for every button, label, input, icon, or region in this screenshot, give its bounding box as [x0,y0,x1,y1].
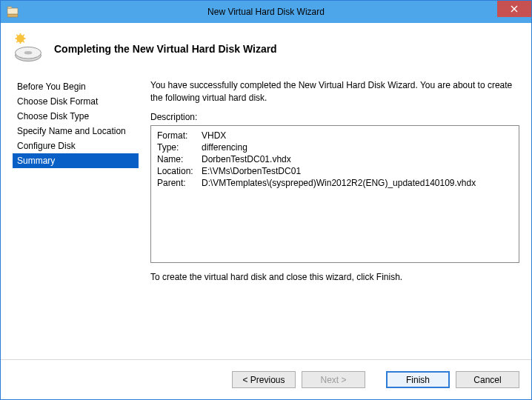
description-row: Format:VHDX [157,130,513,141]
wizard-footer: < Previous Next > Finish Cancel [1,359,531,399]
description-row: Type:differencing [157,142,513,153]
description-key: Name: [157,154,202,164]
svg-rect-2 [7,7,12,8]
description-value: differencing [202,142,513,153]
svg-line-12 [23,41,24,42]
wizard-window: New Virtual Hard Disk Wizard [0,0,532,400]
svg-line-14 [16,41,18,42]
svg-line-11 [16,34,18,36]
description-value: DorbenTestDC01.vhdx [202,154,513,164]
wizard-header: Completing the New Virtual Hard Disk Wiz… [1,23,531,69]
titlebar: New Virtual Hard Disk Wizard [1,1,531,23]
description-value: D:\VMTemplates\(syspreped)Win2012R2(ENG)… [202,178,513,188]
wizard-content: You have successfully completed the New … [139,79,519,353]
sidebar-item[interactable]: Configure Disk [13,139,139,153]
sidebar-item[interactable]: Summary [13,153,139,168]
close-button[interactable] [497,1,531,17]
svg-point-5 [24,51,33,54]
description-label: Description: [150,112,519,122]
sidebar-item[interactable]: Before You Begin [13,79,139,94]
description-key: Location: [157,166,202,176]
sidebar-item[interactable]: Choose Disk Type [13,109,139,124]
sidebar-item[interactable]: Specify Name and Location [13,124,139,139]
wizard-body: Before You BeginChoose Disk FormatChoose… [1,69,531,359]
description-value: VHDX [202,130,513,141]
instruction-text: To create the virtual hard disk and clos… [150,272,519,282]
next-button[interactable]: Next > [302,371,365,388]
description-key: Type: [157,142,202,153]
finish-button[interactable]: Finish [386,371,450,388]
svg-rect-1 [7,8,18,14]
svg-rect-0 [7,14,18,17]
app-icon [7,6,19,18]
hard-disk-icon [13,33,44,64]
page-title: Completing the New Virtual Hard Disk Wiz… [54,43,277,55]
description-key: Parent: [157,178,202,188]
previous-button[interactable]: < Previous [232,371,296,388]
description-value: E:\VMs\DorbenTestDC01 [202,166,513,176]
window-title: New Virtual Hard Disk Wizard [1,7,531,17]
svg-line-13 [23,34,24,36]
intro-text: You have successfully completed the New … [150,79,519,104]
wizard-sidebar: Before You BeginChoose Disk FormatChoose… [13,79,139,353]
sidebar-item[interactable]: Choose Disk Format [13,94,139,109]
description-box: Format:VHDXType:differencingName:DorbenT… [150,125,519,263]
description-row: Name:DorbenTestDC01.vhdx [157,154,513,164]
cancel-button[interactable]: Cancel [456,371,519,388]
description-key: Format: [157,130,202,141]
description-row: Location:E:\VMs\DorbenTestDC01 [157,166,513,176]
description-row: Parent:D:\VMTemplates\(syspreped)Win2012… [157,178,513,188]
